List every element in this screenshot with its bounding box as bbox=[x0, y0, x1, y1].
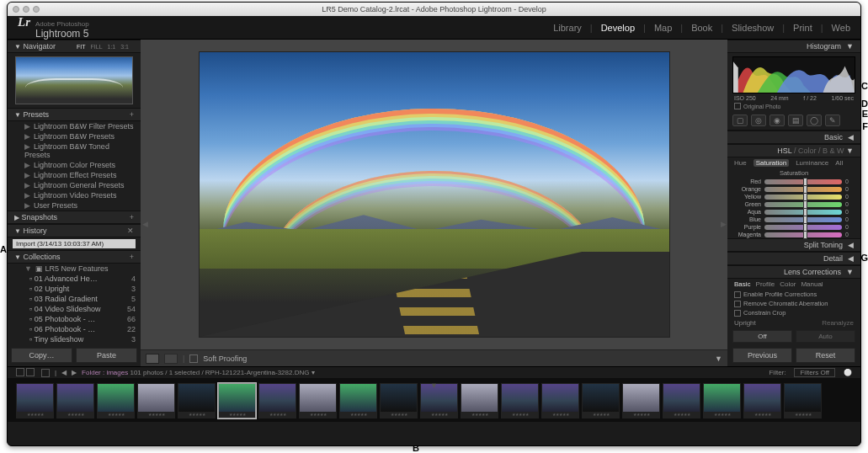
image-canvas[interactable] bbox=[199, 51, 670, 338]
filmstrip-thumb[interactable]: ★★★★★ bbox=[16, 383, 54, 418]
lens-corrections-header[interactable]: Lens Corrections ▼ bbox=[727, 265, 860, 279]
histogram-header[interactable]: Histogram ▼ bbox=[727, 40, 860, 53]
hsl-slider-yellow[interactable]: Yellow0 bbox=[727, 193, 860, 200]
detail-header[interactable]: Detail ◀ bbox=[727, 252, 860, 265]
module-map[interactable]: Map bbox=[654, 23, 672, 33]
lens-tab-basic[interactable]: Basic bbox=[734, 280, 751, 288]
source-breadcrumb[interactable]: Folder : images 101 photos / 1 selected … bbox=[82, 369, 315, 376]
presets-header[interactable]: ▼ Presets + bbox=[8, 108, 141, 121]
navigator-thumb[interactable] bbox=[15, 56, 133, 104]
histogram[interactable] bbox=[732, 56, 855, 93]
filter-lock-icon[interactable]: ⚪ bbox=[844, 369, 852, 376]
filmstrip-thumb[interactable]: ★★★★★ bbox=[380, 383, 418, 418]
lens-tab-manual[interactable]: Manual bbox=[801, 280, 823, 288]
nav-zoom-fit[interactable]: FIT bbox=[77, 44, 86, 50]
zoom-window-icon[interactable] bbox=[33, 6, 40, 13]
split-toning-header[interactable]: Split Toning ◀ bbox=[727, 238, 860, 252]
upright-auto-button[interactable]: Auto bbox=[796, 330, 855, 343]
hsl-tab-all[interactable]: All bbox=[835, 159, 843, 167]
preset-group[interactable]: ▶Lightroom General Presets bbox=[8, 180, 141, 190]
previous-button[interactable]: Previous bbox=[732, 348, 792, 363]
reanalyze-button[interactable]: Reanalyze bbox=[822, 319, 854, 327]
minimize-window-icon[interactable] bbox=[23, 6, 29, 13]
nav-zoom-1:1[interactable]: 1:1 bbox=[108, 44, 116, 50]
hsl-tab-hue[interactable]: Hue bbox=[734, 159, 747, 167]
module-slideshow[interactable]: Slideshow bbox=[732, 23, 774, 33]
preset-group[interactable]: ▶Lightroom B&W Toned Presets bbox=[8, 141, 141, 160]
filmstrip-thumb[interactable]: ★★★★★ bbox=[582, 383, 620, 418]
filmstrip-thumb[interactable]: ★★★★★ bbox=[218, 383, 256, 418]
lens-option[interactable]: Remove Chromatic Aberration bbox=[727, 299, 860, 308]
right-panel-toggle-icon[interactable]: ▶ bbox=[719, 207, 727, 241]
filmstrip-thumb[interactable]: ★★★★★ bbox=[703, 383, 741, 418]
filters-off-button[interactable]: Filters Off bbox=[794, 368, 835, 377]
preset-group[interactable]: ▶Lightroom B&W Presets bbox=[8, 131, 141, 141]
collection-item[interactable]: ▫ 03 Radial Gradient5 bbox=[8, 294, 141, 304]
grid-icon[interactable] bbox=[41, 369, 50, 377]
nav-fwd-icon[interactable]: ▶ bbox=[72, 369, 77, 376]
second-window-icon[interactable] bbox=[26, 368, 35, 376]
hsl-slider-orange[interactable]: Orange0 bbox=[727, 185, 860, 193]
paste-button[interactable]: Paste bbox=[76, 348, 137, 363]
upright-off-button[interactable]: Off bbox=[732, 330, 792, 343]
basic-header[interactable]: Basic ◀ bbox=[727, 131, 860, 144]
nav-zoom-fill[interactable]: FILL bbox=[91, 44, 103, 50]
left-panel-toggle-icon[interactable]: ◀ bbox=[141, 207, 149, 241]
collections-header[interactable]: ▼ Collections + bbox=[8, 250, 141, 264]
close-window-icon[interactable] bbox=[13, 6, 19, 13]
preset-group[interactable]: ▶User Presets bbox=[8, 200, 141, 211]
module-web[interactable]: Web bbox=[832, 23, 850, 33]
hsl-slider-red[interactable]: Red0 bbox=[727, 178, 860, 185]
collection-item[interactable]: ▫ Tiny slideshow3 bbox=[8, 334, 141, 344]
module-library[interactable]: Library bbox=[553, 23, 582, 33]
filmstrip-thumb[interactable]: ★★★★★ bbox=[97, 383, 135, 418]
collection-item[interactable]: ▫ 05 Photobook - …66 bbox=[8, 314, 141, 324]
grad-filter-icon[interactable]: ▤ bbox=[788, 115, 803, 126]
preset-group[interactable]: ▶Lightroom Video Presets bbox=[8, 190, 141, 200]
collection-item[interactable]: ▫ 02 Upright3 bbox=[8, 284, 141, 294]
filmstrip-thumb[interactable]: ★★★★★ bbox=[56, 383, 94, 418]
navigator-header[interactable]: ▼ Navigator FITFILL1:13:1 bbox=[8, 40, 141, 53]
filmstrip-thumb[interactable]: ★★★★★ bbox=[663, 383, 700, 418]
lens-option[interactable]: Constrain Crop bbox=[727, 308, 860, 317]
module-print[interactable]: Print bbox=[793, 23, 812, 33]
crop-tool-icon[interactable]: ▢ bbox=[732, 115, 748, 126]
radial-filter-icon[interactable]: ◯ bbox=[807, 115, 822, 126]
snapshots-header[interactable]: ▶ Snapshots + bbox=[8, 211, 141, 224]
hsl-tab-luminance[interactable]: Luminance bbox=[796, 159, 828, 167]
filmstrip-thumb[interactable]: ★★★★★ bbox=[461, 383, 498, 418]
reset-button[interactable]: Reset bbox=[796, 348, 855, 363]
lens-tab-color[interactable]: Color bbox=[780, 280, 796, 288]
main-window-icon[interactable] bbox=[16, 368, 24, 376]
filmstrip-thumb[interactable]: ★★★★★ bbox=[541, 383, 579, 418]
collection-item[interactable]: ▫ 01 Advanced He…4 bbox=[8, 274, 141, 284]
copy-button[interactable]: Copy… bbox=[11, 348, 72, 363]
filmstrip-thumb[interactable]: ★★★★★ bbox=[299, 383, 337, 418]
preset-group[interactable]: ▶Lightroom Color Presets bbox=[8, 160, 141, 170]
hsl-slider-blue[interactable]: Blue0 bbox=[727, 216, 860, 223]
nav-zoom-3:1[interactable]: 3:1 bbox=[120, 44, 129, 50]
hsl-slider-purple[interactable]: Purple0 bbox=[727, 223, 860, 231]
preset-group[interactable]: ▶Lightroom B&W Filter Presets bbox=[8, 121, 141, 131]
toolbar-menu-icon[interactable]: ▼ bbox=[715, 354, 722, 363]
original-photo-toggle[interactable]: Original Photo bbox=[727, 103, 860, 113]
lens-tab-profile[interactable]: Profile bbox=[756, 280, 775, 288]
before-after-icon[interactable] bbox=[164, 354, 178, 364]
filmstrip-thumb[interactable]: ★★★★★ bbox=[784, 383, 822, 418]
module-book[interactable]: Book bbox=[691, 23, 712, 33]
redeye-tool-icon[interactable]: ◉ bbox=[769, 115, 785, 126]
collection-item[interactable]: ▫ 06 Photobook - …22 bbox=[8, 324, 141, 334]
filmstrip-thumb[interactable]: ★★★★★ bbox=[622, 383, 660, 418]
filmstrip-thumb[interactable]: ★★★★★ bbox=[420, 383, 458, 418]
softproof-checkbox[interactable] bbox=[189, 354, 198, 363]
lens-option[interactable]: Enable Profile Corrections bbox=[727, 290, 860, 299]
brush-tool-icon[interactable]: ✎ bbox=[825, 115, 840, 126]
filmstrip-thumb[interactable]: ★★★★★ bbox=[501, 383, 539, 418]
filmstrip-thumb[interactable]: ★★★★★ bbox=[743, 383, 781, 418]
loupe-view-icon[interactable] bbox=[146, 354, 159, 364]
collection-item[interactable]: ▫ 04 Video Slideshow54 bbox=[8, 304, 141, 314]
history-header[interactable]: ▼ History ✕ bbox=[8, 224, 141, 237]
module-develop[interactable]: Develop bbox=[601, 23, 635, 33]
hsl-slider-aqua[interactable]: Aqua0 bbox=[727, 208, 860, 216]
hsl-header[interactable]: HSL / Color / B & W ▼ bbox=[727, 144, 860, 157]
